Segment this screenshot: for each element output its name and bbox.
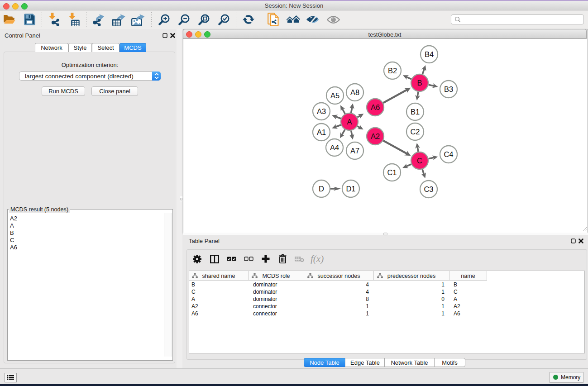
svg-text:D1: D1 <box>346 185 355 193</box>
svg-text:A3: A3 <box>317 107 326 115</box>
svg-text:A8: A8 <box>350 88 359 96</box>
svg-text:C: C <box>417 157 422 165</box>
svg-text:A: A <box>347 118 352 126</box>
svg-text:B4: B4 <box>425 50 434 58</box>
svg-text:D: D <box>319 185 324 193</box>
svg-text:C4: C4 <box>444 150 453 158</box>
svg-text:C3: C3 <box>424 185 433 193</box>
svg-text:B3: B3 <box>444 85 453 93</box>
svg-text:A2: A2 <box>371 132 380 140</box>
svg-text:A6: A6 <box>371 103 380 111</box>
svg-text:B2: B2 <box>388 67 397 75</box>
svg-text:C1: C1 <box>387 168 397 176</box>
svg-text:C2: C2 <box>410 128 420 136</box>
svg-text:A5: A5 <box>330 91 339 100</box>
svg-text:A4: A4 <box>330 143 339 152</box>
svg-text:A1: A1 <box>317 128 326 136</box>
svg-text:B: B <box>417 79 422 87</box>
svg-text:B1: B1 <box>411 108 420 116</box>
svg-text:A7: A7 <box>350 147 359 155</box>
